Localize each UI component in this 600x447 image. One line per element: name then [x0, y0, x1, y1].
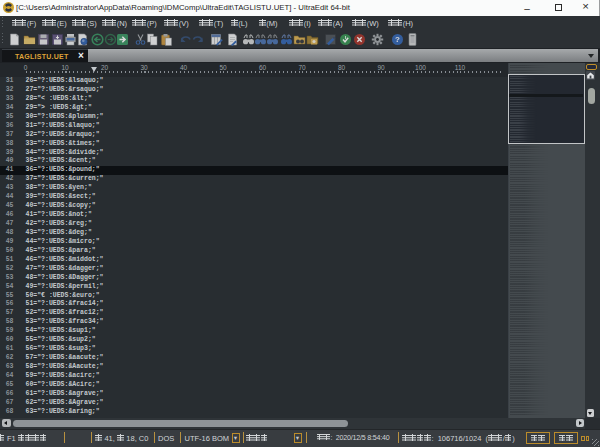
svg-text:?: ? — [395, 35, 400, 44]
